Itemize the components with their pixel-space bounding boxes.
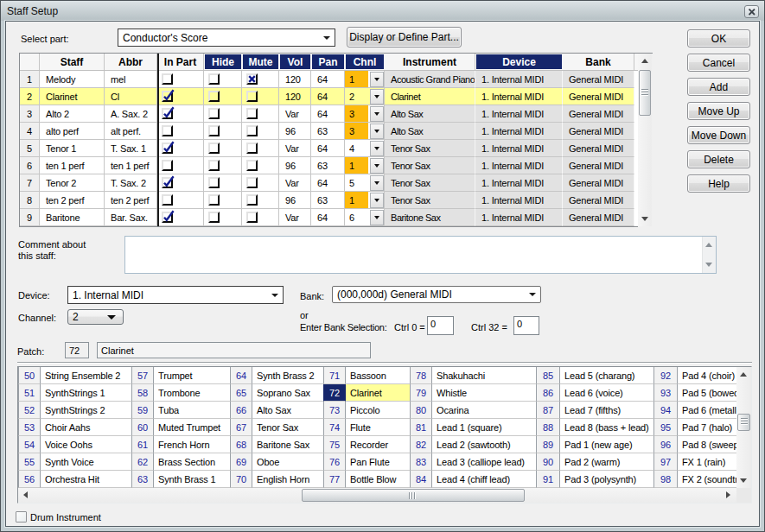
chnl-dropdown-button[interactable] <box>370 158 384 174</box>
chnl-cell[interactable]: 1 <box>345 71 385 88</box>
staff-grid-vscroll-thumb[interactable] <box>639 70 651 116</box>
chnl-dropdown-button[interactable] <box>370 89 384 104</box>
column-header-vol[interactable]: Vol <box>279 54 311 70</box>
abbr-cell[interactable]: ten 2 perf <box>105 192 157 209</box>
vol-cell[interactable]: 96 <box>279 123 311 140</box>
patch-name-69[interactable]: Oboe <box>252 453 323 471</box>
patch-name-85[interactable]: Lead 5 (charang) <box>560 367 653 384</box>
patch-name-83[interactable]: Lead 3 (calliope lead) <box>432 453 536 471</box>
vol-cell[interactable]: Var <box>279 105 311 123</box>
patch-number-76[interactable]: 76 <box>323 453 346 471</box>
mute-checkbox[interactable] <box>246 125 258 136</box>
patch-name-73[interactable]: Piccolo <box>346 402 410 419</box>
patch-hscroll-thumb[interactable] <box>302 489 525 502</box>
patch-name-74[interactable]: Flute <box>346 419 410 436</box>
vol-cell[interactable]: 96 <box>279 157 311 174</box>
device-cell[interactable]: 1. Internal MIDI <box>475 209 563 226</box>
in-part-cell[interactable] <box>157 174 204 192</box>
pan-cell[interactable]: 64 <box>311 209 345 226</box>
hide-checkbox[interactable] <box>208 142 220 154</box>
staff-row-6[interactable]: 6ten 1 perften 1 perf96631Tenor Sax1. In… <box>20 157 652 174</box>
patch-name-72[interactable]: Clarinet <box>346 384 410 402</box>
patch-number-57[interactable]: 57 <box>131 367 154 384</box>
device-cell[interactable]: 1. Internal MIDI <box>475 140 563 157</box>
pan-cell[interactable]: 63 <box>311 192 345 209</box>
patch-number-91[interactable]: 91 <box>536 471 560 488</box>
patch-name-82[interactable]: Lead 2 (sawtooth) <box>432 436 536 453</box>
abbr-cell[interactable]: Bar. Sax. <box>105 209 157 226</box>
patch-name-87[interactable]: Lead 7 (fifths) <box>560 402 653 419</box>
in-part-checkbox[interactable] <box>162 160 173 171</box>
close-button[interactable] <box>744 5 759 18</box>
hide-checkbox[interactable] <box>208 212 220 223</box>
patch-number-59[interactable]: 59 <box>131 402 154 419</box>
column-header-pan[interactable]: Pan <box>311 54 345 70</box>
patch-number-52[interactable]: 52 <box>18 402 41 419</box>
patch-number-75[interactable]: 75 <box>323 436 346 453</box>
pan-cell[interactable]: 63 <box>311 123 345 140</box>
hide-cell[interactable] <box>204 71 242 88</box>
comment-textarea[interactable] <box>124 236 717 274</box>
patch-hscrollbar[interactable] <box>18 488 736 503</box>
bank-cell[interactable]: General MIDI <box>563 140 634 157</box>
staff-name-cell[interactable]: Clarinet <box>40 88 105 105</box>
patch-name-53[interactable]: Choir Aahs <box>41 419 131 436</box>
patch-number-97[interactable]: 97 <box>653 453 678 471</box>
mute-checkbox[interactable] <box>246 73 258 85</box>
patch-name-91[interactable]: Pad 3 (polysynth) <box>560 471 653 488</box>
scroll-up-icon[interactable] <box>740 372 747 377</box>
patch-name-66[interactable]: Alto Sax <box>252 402 323 419</box>
patch-number-56[interactable]: 56 <box>18 471 41 488</box>
patch-number-54[interactable]: 54 <box>18 436 41 453</box>
chnl-dropdown-button[interactable] <box>370 193 384 208</box>
drum-instrument-checkbox[interactable] <box>16 511 27 522</box>
chnl-value[interactable]: 1 <box>345 192 368 209</box>
abbr-cell[interactable]: T. Sax. 1 <box>105 140 157 157</box>
device-cell[interactable]: 1. Internal MIDI <box>475 192 563 209</box>
bank-cell[interactable]: General MIDI <box>563 192 634 209</box>
hide-checkbox[interactable] <box>208 177 220 188</box>
mute-cell[interactable] <box>242 88 279 105</box>
patch-number-62[interactable]: 62 <box>131 453 154 471</box>
patch-number-89[interactable]: 89 <box>536 436 560 453</box>
chnl-cell[interactable]: 1 <box>345 192 385 209</box>
instrument-cell[interactable]: Tenor Sax <box>385 157 475 174</box>
move-up-button[interactable]: Move Up <box>687 102 750 120</box>
staff-row-8[interactable]: 8ten 2 perften 2 perf96631Tenor Sax1. In… <box>20 192 652 209</box>
column-header-chnl[interactable]: Chnl <box>345 54 385 70</box>
pan-cell[interactable]: 64 <box>311 88 345 105</box>
patch-name-50[interactable]: String Ensemble 2 <box>41 367 131 384</box>
patch-name-61[interactable]: French Horn <box>154 436 230 453</box>
patch-number-68[interactable]: 68 <box>230 436 252 453</box>
instrument-cell[interactable]: Acoustic Grand Piano <box>385 71 475 88</box>
staff-grid-vscrollbar[interactable] <box>638 54 652 226</box>
mute-cell[interactable] <box>242 140 279 157</box>
bank-cell[interactable]: General MIDI <box>563 123 634 140</box>
channel-dropdown-button[interactable] <box>100 310 123 324</box>
ctrl32-input[interactable]: 0 <box>513 316 539 335</box>
patch-name-65[interactable]: Soprano Sax <box>252 384 323 402</box>
hide-cell[interactable] <box>204 140 242 157</box>
in-part-cell[interactable] <box>157 209 204 226</box>
staff-row-5[interactable]: 5Tenor 1T. Sax. 1Var644Tenor Sax1. Inter… <box>20 140 652 157</box>
in-part-cell[interactable] <box>157 71 204 88</box>
hide-cell[interactable] <box>204 157 242 174</box>
scroll-right-icon[interactable] <box>726 491 730 498</box>
display-define-part-button[interactable]: Display or Define Part... <box>347 27 462 48</box>
chnl-cell[interactable]: 4 <box>345 140 385 157</box>
patch-number-box[interactable]: 72 <box>65 342 89 358</box>
column-header-mute[interactable]: Mute <box>242 54 279 70</box>
patch-number-86[interactable]: 86 <box>536 384 560 402</box>
chnl-cell[interactable]: 3 <box>345 123 385 140</box>
chnl-value[interactable]: 1 <box>345 71 368 88</box>
hide-cell[interactable] <box>204 105 242 123</box>
bank-cell[interactable]: General MIDI <box>563 174 634 192</box>
comment-scrollbar[interactable] <box>702 237 716 273</box>
chnl-value[interactable]: 3 <box>345 105 368 123</box>
column-header-abbr[interactable]: Abbr <box>105 54 157 70</box>
patch-number-53[interactable]: 53 <box>18 419 41 436</box>
hide-checkbox[interactable] <box>208 91 220 102</box>
scroll-down-icon[interactable] <box>705 263 712 267</box>
instrument-cell[interactable]: Alto Sax <box>385 123 475 140</box>
patch-number-71[interactable]: 71 <box>323 367 346 384</box>
